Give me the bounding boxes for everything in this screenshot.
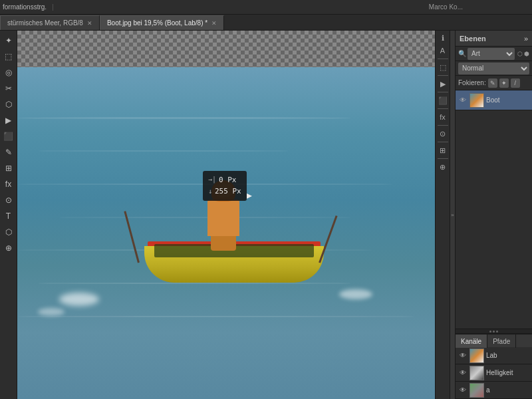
text-tool[interactable]: T [1,209,16,223]
divider-dots [489,331,498,332]
brush-tool[interactable]: ▶ [1,113,16,128]
zoom-tool[interactable]: ⊕ [1,241,16,255]
top-toolbar: formationsstrg. | Marco Ko... [0,0,532,15]
channel-visibility-helligkeit[interactable]: 👁 [458,368,467,378]
blend-mode-dropdown[interactable]: Normal [458,63,529,74]
channels-panel: Kanäle Pfade 👁 Lab 👁 Hellig [456,334,532,399]
mid-play-icon[interactable]: ▶ [437,78,449,90]
layers-expand-icon[interactable]: » [524,35,528,43]
blur-tool[interactable]: fx [1,177,16,192]
focus-label: Fokieren: [458,79,486,86]
boat [134,196,334,283]
mid-info-icon[interactable]: ℹ [437,32,449,44]
layer-item-boot[interactable]: 👁 Boot [456,90,532,110]
channel-name-helligkeit: Helligkeit [486,369,529,376]
filter-bar: 🔍 Art ⬡ ⬢ [456,47,532,61]
collapse-arrow: » [451,212,454,218]
main-layout: ✦ ⬚ ◎ ✂ ⬡ ▶ ⬛ ✎ ⊞ fx ⊙ T ⬡ ⊕ [0,31,532,399]
crop-tool[interactable]: ✂ [1,81,16,96]
mid-type-icon[interactable]: A [437,45,449,57]
clone-tool[interactable]: ⬛ [1,129,16,144]
channel-thumb-a [469,383,484,398]
channel-visibility-a[interactable]: 👁 [458,386,467,395]
channel-name-a: a [486,386,529,394]
mid-grid-icon[interactable]: ⊞ [437,144,449,156]
image-area [17,67,435,399]
bottom-tabs: Kanäle Pfade [456,334,532,347]
tab-stuermisches-meer[interactable]: stürmisches Meer, RGB/8 ✕ [0,15,100,30]
filter-lock-icon: ⬢ [524,51,529,57]
mid-rect-icon[interactable]: ⬛ [437,94,449,106]
pen-tool[interactable]: ⊙ [1,193,16,207]
tab-pfade[interactable]: Pfade [487,334,516,348]
select-tool[interactable]: ⬚ [1,49,16,64]
focus-move-icon[interactable]: ✦ [499,78,509,88]
focus-paint-icon[interactable]: ✎ [488,78,497,88]
channel-visibility-lab[interactable]: 👁 [458,351,467,360]
layers-panel: Ebenen » 🔍 Art ⬡ ⬢ Normal Fokieren: [456,31,532,329]
layer-name-boot: Boot [486,96,529,104]
move-tool[interactable]: ✦ [1,33,16,48]
channel-item-a[interactable]: 👁 a [456,382,532,399]
lasso-tool[interactable]: ◎ [1,65,16,80]
filter-extra-icon: ⬡ [517,51,523,57]
tab-kanaele[interactable]: Kanäle [456,334,487,348]
toolbar-separator: | [52,3,54,11]
focus-slash-icon[interactable]: / [511,78,520,88]
channel-name-lab: Lab [486,352,529,359]
toolbar-info: formationsstrg. [3,3,47,11]
panel-divider [456,329,532,334]
channel-item-lab[interactable]: 👁 Lab [456,347,532,364]
mid-fx-icon[interactable]: fx [437,111,449,123]
panel-collapse-handle[interactable]: » [450,31,455,399]
left-toolbar: ✦ ⬚ ◎ ✂ ⬡ ▶ ⬛ ✎ ⊞ fx ⊙ T ⬡ ⊕ [0,31,17,399]
tabs-row: stürmisches Meer, RGB/8 ✕ Boot.jpg bei 1… [0,15,532,31]
right-panels: Ebenen » 🔍 Art ⬡ ⬢ Normal Fokieren: [455,31,532,399]
layer-filter-dropdown[interactable]: Art [467,48,515,60]
filter-icon: 🔍 [458,50,466,57]
eraser-tool[interactable]: ✎ [1,145,16,160]
focus-row: Fokieren: ✎ ✦ / [456,76,532,90]
layers-panel-header: Ebenen » [456,31,532,47]
eyedropper-tool[interactable]: ⬡ [1,97,16,112]
mid-select-icon[interactable]: ⬚ [437,61,449,73]
toolbar-coords: Marco Ko... [429,3,463,11]
tab1-label: stürmisches Meer, RGB/8 [7,19,83,27]
tab2-close[interactable]: ✕ [211,20,217,27]
tab1-close[interactable]: ✕ [87,20,92,27]
tab-boot[interactable]: Boot.jpg bei 19,5% (Boot, Lab/8) * ✕ [100,15,224,30]
tab-kanaele-label: Kanäle [461,338,481,345]
channel-thumb-lab [469,348,484,363]
channel-thumb-helligkeit [469,366,484,380]
tab-pfade-label: Pfade [493,338,510,345]
layers-title: Ebenen [460,35,486,43]
mid-circle-icon[interactable]: ⊙ [437,128,449,140]
mid-icon-strip: ℹ A ⬚ ▶ ⬛ fx ⊙ ⊞ ⊕ [435,31,450,399]
tab2-label: Boot.jpg bei 19,5% (Boot, Lab/8) * [107,19,207,27]
shape-tool[interactable]: ⬡ [1,225,16,239]
mid-person-icon[interactable]: ⊕ [437,161,449,173]
layer-visibility-boot[interactable]: 👁 [458,96,467,105]
layer-thumb-boot [469,93,484,108]
blend-mode-row: Normal [456,61,532,76]
canvas-area: →| →|: 0 Px ↓ ↓: 255 Px [17,31,435,399]
channel-item-helligkeit[interactable]: 👁 Helligkeit [456,364,532,382]
gradient-tool[interactable]: ⊞ [1,161,16,176]
